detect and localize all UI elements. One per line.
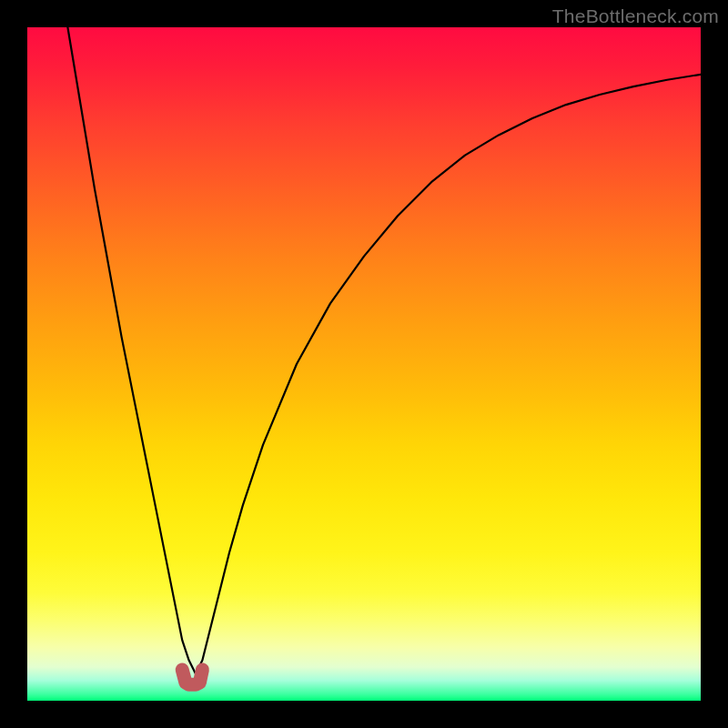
watermark-text: TheBottleneck.com: [552, 5, 719, 27]
chart-frame: TheBottleneck.com: [0, 0, 728, 728]
optimal-point-marker: [182, 670, 202, 684]
bottleneck-curve: [67, 27, 701, 673]
chart-svg: [27, 27, 701, 701]
plot-area: [27, 27, 701, 701]
